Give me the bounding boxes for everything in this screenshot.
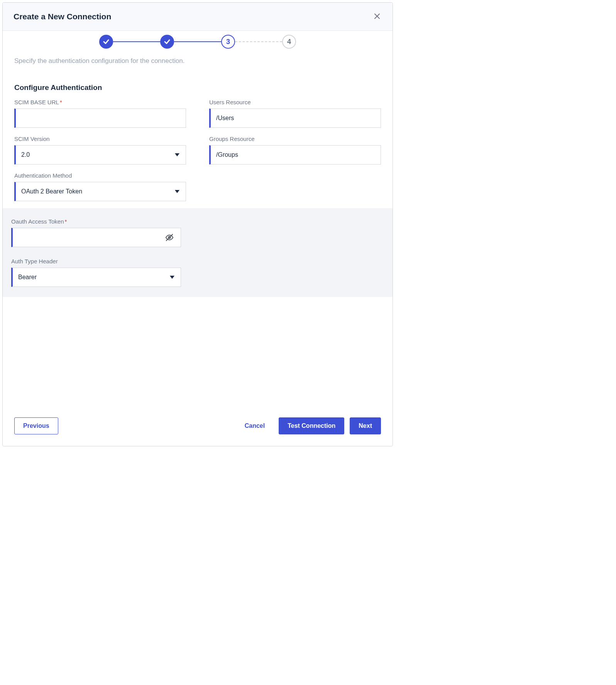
step-4-future: 4 [282, 35, 296, 49]
step-2-complete [160, 35, 174, 49]
auth-method-select[interactable]: OAuth 2 Bearer Token [14, 182, 186, 201]
oauth-access-token-label: Oauth Access Token* [11, 218, 384, 225]
auth-type-header-value: Bearer [13, 268, 181, 287]
users-resource-label: Users Resource [209, 99, 381, 105]
scim-version-select[interactable]: 2.0 [14, 145, 186, 164]
users-resource-input[interactable] [211, 109, 381, 127]
section-heading: Configure Authentication [14, 83, 381, 92]
auth-method-label: Authentication Method [14, 172, 186, 179]
stepper: 3 4 [3, 31, 393, 53]
auth-type-header-label: Auth Type Header [11, 258, 384, 265]
eye-off-icon [165, 233, 174, 242]
step-connector [174, 41, 221, 42]
oauth-access-token-input[interactable] [13, 228, 181, 247]
step-1-complete [99, 35, 113, 49]
step-connector [113, 41, 160, 42]
auth-method-value: OAuth 2 Bearer Token [16, 182, 186, 201]
auth-method-config-panel: Oauth Access Token* Auth Type Header Bea… [3, 208, 393, 297]
required-indicator: * [60, 99, 62, 105]
cancel-button[interactable]: Cancel [236, 418, 273, 434]
scim-version-label: SCIM Version [14, 136, 186, 142]
modal-footer: Previous Cancel Test Connection Next [3, 412, 393, 446]
scim-base-url-label: SCIM BASE URL* [14, 99, 186, 105]
auth-type-header-select[interactable]: Bearer [11, 268, 181, 287]
close-button[interactable] [372, 11, 382, 22]
modal-header: Create a New Connection [3, 3, 393, 31]
check-icon [164, 38, 171, 45]
scim-version-value: 2.0 [16, 146, 186, 164]
test-connection-button[interactable]: Test Connection [279, 417, 344, 434]
scim-base-url-input[interactable] [16, 109, 186, 127]
create-connection-modal: Create a New Connection 3 4 Specify the … [2, 2, 393, 446]
check-icon [103, 38, 110, 45]
close-icon [374, 13, 380, 19]
groups-resource-input[interactable] [211, 146, 381, 164]
step-3-current: 3 [221, 35, 235, 49]
modal-title: Create a New Connection [14, 12, 111, 21]
toggle-password-visibility-button[interactable] [163, 231, 176, 244]
step-connector [235, 41, 282, 42]
step-description: Specify the authentication configuration… [14, 57, 381, 65]
groups-resource-label: Groups Resource [209, 136, 381, 142]
previous-button[interactable]: Previous [14, 417, 58, 434]
next-button[interactable]: Next [350, 417, 381, 434]
required-indicator: * [64, 218, 67, 225]
